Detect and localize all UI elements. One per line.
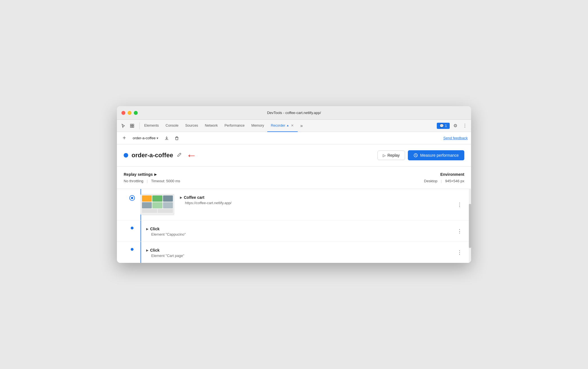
- step-dot-2: [131, 227, 134, 229]
- close-button[interactable]: [121, 111, 125, 115]
- cursor-icon: [121, 124, 125, 128]
- tab-elements-label: Elements: [144, 124, 159, 127]
- tab-right-icons: 💬 1 ⚙ ⋮: [437, 122, 469, 130]
- send-feedback-button[interactable]: Send feedback: [443, 136, 468, 140]
- selected-recording-name: order-a-coffee: [133, 136, 155, 140]
- step-title-row-2: ▶ Click: [146, 227, 455, 231]
- environment-info: Desktop | 945×546 px: [424, 179, 464, 183]
- download-icon: [164, 136, 169, 140]
- step-name-3: Click: [150, 248, 159, 252]
- env-size: 945×546 px: [445, 179, 464, 183]
- maximize-button[interactable]: [134, 111, 138, 115]
- chat-count: 1: [445, 124, 447, 128]
- step-name-2: Click: [150, 227, 159, 231]
- step-node-2: [124, 226, 141, 229]
- cursor-icon-button[interactable]: [119, 122, 127, 130]
- settings-separator: |: [147, 179, 148, 183]
- tab-divider-1: [139, 122, 140, 129]
- more-tabs-button[interactable]: »: [298, 122, 306, 130]
- step-detail-3: Element "Cart page": [151, 254, 455, 258]
- step-more-button-1[interactable]: ⋮: [455, 201, 464, 209]
- expand-arrow-icon: ▶: [154, 173, 157, 176]
- environment-title: Environment: [424, 172, 464, 177]
- step-content-1: ▶ Coffee cart https://coffee-cart.netlif…: [180, 194, 455, 205]
- step-expand-button-1[interactable]: ▶: [180, 196, 182, 199]
- tab-bar: Elements Console Sources Network Perform…: [117, 120, 471, 132]
- devtools-window: DevTools - coffee-cart.netlify.app/ Elem…: [117, 106, 471, 263]
- settings-left: Replay settings ▶ No throttling | Timeou…: [124, 172, 424, 183]
- play-icon: ▷: [383, 153, 386, 158]
- chat-button[interactable]: 💬 1: [437, 123, 450, 129]
- table-row: ▶ Click Element "Cart page" ⋮: [117, 242, 471, 263]
- settings-button[interactable]: ⚙: [451, 122, 459, 130]
- measure-label: Measure performance: [420, 153, 459, 158]
- more-button[interactable]: ⋮: [461, 122, 469, 130]
- devtools-icon-group: [119, 122, 136, 130]
- tab-elements[interactable]: Elements: [141, 120, 162, 132]
- tab-recorder[interactable]: Recorder ▲ ✕: [267, 120, 297, 132]
- pencil-icon: [177, 152, 182, 157]
- tab-console[interactable]: Console: [162, 120, 182, 132]
- step-expand-button-2[interactable]: ▶: [146, 227, 148, 231]
- trash-icon: [175, 136, 179, 140]
- recording-title: order-a-coffee: [132, 152, 173, 159]
- add-recording-button[interactable]: +: [120, 134, 128, 142]
- tab-sources-label: Sources: [185, 124, 198, 127]
- scrollbar-thumb[interactable]: [469, 204, 471, 248]
- step-expand-button-3[interactable]: ▶: [146, 249, 148, 252]
- step-name-1: Coffee cart: [184, 195, 204, 200]
- step-circle-1: [129, 195, 135, 201]
- svg-rect-2: [130, 126, 132, 127]
- step-content-2: ▶ Click Element "Cappucino": [146, 226, 455, 236]
- recorder-notification-icon: ▲: [286, 124, 289, 127]
- edit-recording-name-button[interactable]: [176, 151, 183, 159]
- recording-header: order-a-coffee ← ▷ Replay Measure perfor…: [117, 144, 471, 167]
- tab-sources[interactable]: Sources: [182, 120, 202, 132]
- recording-selector[interactable]: order-a-coffee ▾: [130, 135, 160, 141]
- step-node-3: [124, 247, 141, 251]
- tab-memory[interactable]: Memory: [248, 120, 267, 132]
- steps-wrapper: ▶ Coffee cart https://coffee-cart.netlif…: [117, 189, 471, 263]
- measure-performance-button[interactable]: Measure performance: [408, 150, 464, 160]
- env-type: Desktop: [424, 179, 438, 183]
- chat-icon: 💬: [440, 124, 444, 128]
- step-title-row-1: ▶ Coffee cart: [180, 195, 455, 200]
- svg-rect-4: [176, 137, 178, 140]
- step-more-button-2[interactable]: ⋮: [455, 227, 464, 235]
- red-arrow-annotation: ←: [186, 150, 197, 161]
- replay-button[interactable]: ▷ Replay: [377, 151, 405, 160]
- table-row: ▶ Click Element "Cappucino" ⋮: [117, 220, 471, 242]
- tab-performance[interactable]: Performance: [221, 120, 248, 132]
- delete-recording-button[interactable]: [173, 134, 181, 142]
- export-button[interactable]: [163, 134, 171, 142]
- recorder-tab-close[interactable]: ✕: [290, 124, 294, 127]
- svg-rect-0: [130, 124, 132, 126]
- svg-rect-3: [132, 126, 134, 127]
- performance-icon: [413, 153, 418, 158]
- replay-settings-toggle[interactable]: Replay settings ▶: [124, 172, 424, 177]
- env-separator: |: [441, 179, 442, 183]
- step-node-1: [124, 194, 141, 201]
- replay-settings-title: Replay settings: [124, 172, 153, 177]
- recording-status-dot: [124, 153, 128, 158]
- settings-info: No throttling | Timeout: 5000 ms: [124, 179, 424, 183]
- chevron-down-icon: ▾: [157, 136, 158, 140]
- recorder-toolbar: + order-a-coffee ▾ Send feedback: [117, 132, 471, 144]
- step-title-row-3: ▶ Click: [146, 248, 455, 252]
- svg-rect-1: [132, 124, 134, 126]
- tab-network[interactable]: Network: [202, 120, 221, 132]
- throttling-info: No throttling: [124, 179, 143, 183]
- minimize-button[interactable]: [128, 111, 132, 115]
- steps-container: ▶ Coffee cart https://coffee-cart.netlif…: [117, 189, 471, 263]
- window-title: DevTools - coffee-cart.netlify.app/: [267, 111, 321, 115]
- scrollbar[interactable]: [469, 189, 471, 263]
- tab-performance-label: Performance: [225, 124, 245, 127]
- step-dot-3: [131, 248, 134, 251]
- step-content-3: ▶ Click Element "Cart page": [146, 247, 455, 258]
- step-thumbnail-1: [141, 194, 174, 215]
- layers-icon-button[interactable]: [128, 122, 136, 130]
- settings-right: Environment Desktop | 945×546 px: [424, 172, 464, 183]
- replay-settings-panel: Replay settings ▶ No throttling | Timeou…: [117, 167, 471, 189]
- step-more-button-3[interactable]: ⋮: [455, 248, 464, 257]
- tab-recorder-label: Recorder: [271, 124, 285, 127]
